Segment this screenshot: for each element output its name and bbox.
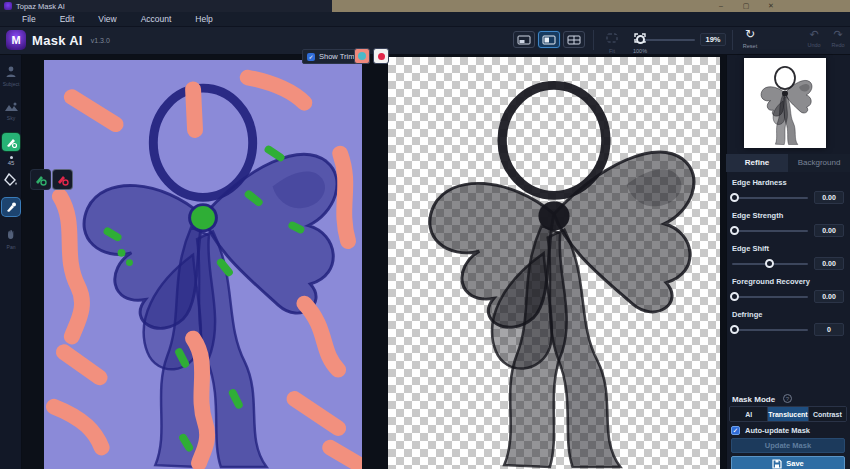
slider-edge-strength: Edge Strength 0.00 [732, 211, 844, 237]
save-button[interactable]: Save [731, 456, 845, 469]
slider-edge-hardness: Edge Hardness 0.00 [732, 178, 844, 204]
eyedropper-tool-icon [2, 198, 20, 216]
undo-button[interactable]: ↶ Undo [802, 29, 826, 50]
redo-button[interactable]: ↷ Redo [826, 29, 850, 50]
close-button[interactable]: ✕ [762, 1, 780, 11]
eyedropper-tool[interactable] [0, 198, 22, 216]
mask-mode-contrast-button[interactable]: Contrast [809, 407, 846, 421]
auto-update-checkbox[interactable]: ✓ [731, 426, 740, 435]
app-name: Mask AI [32, 33, 83, 48]
tab-refine[interactable]: Refine [726, 154, 788, 172]
trimap-blob-icon [358, 52, 366, 60]
save-icon [772, 459, 782, 469]
toolbar-separator [732, 30, 733, 50]
auto-update-label: Auto-update Mask [745, 426, 810, 435]
subject-tool[interactable]: Subject [0, 63, 22, 87]
reset-icon: ↻ [745, 27, 755, 41]
tab-background[interactable]: Background [788, 154, 850, 172]
result-canvas[interactable] [388, 57, 720, 469]
maximize-button[interactable]: ▢ [737, 1, 755, 11]
brush-size-indicator[interactable]: 45 [0, 156, 22, 166]
mask-ai-window: Topaz Mask AI – ▢ ✕ File Edit View Accou… [0, 0, 850, 469]
zoom-value[interactable]: 19% [700, 33, 726, 46]
slider-edge-shift: Edge Shift 0.00 [732, 244, 844, 270]
slider-defringe: Defringe 0 [732, 310, 844, 336]
app-logo-icon [4, 2, 12, 10]
mask-mode-label: Mask Mode [732, 395, 775, 404]
refine-sliders: Edge Hardness 0.00 Edge Strength 0.00 Ed… [732, 178, 844, 343]
app-version: v1.3.0 [91, 37, 110, 44]
zoom-slider-knob[interactable] [636, 35, 645, 44]
brush-tool[interactable] [0, 133, 22, 151]
edge-hardness-knob[interactable] [730, 193, 739, 202]
show-trimap-checkbox[interactable]: ✓ [307, 53, 315, 61]
update-mask-button[interactable]: Update Mask [731, 438, 845, 453]
tool-rail: Subject Sky 45 Pan [0, 55, 22, 469]
brush-tool-icon [2, 133, 20, 151]
menu-file[interactable]: File [10, 12, 48, 27]
redo-icon: ↷ [833, 28, 842, 40]
menu-edit[interactable]: Edit [48, 12, 87, 27]
defringe-value[interactable]: 0 [814, 323, 844, 336]
brush-size-value: 45 [0, 160, 22, 166]
mask-view-icon[interactable] [373, 48, 389, 64]
menu-bar: File Edit View Account Help [0, 12, 850, 27]
fill-bucket-tool[interactable] [0, 172, 22, 190]
defringe-knob[interactable] [730, 325, 739, 334]
mask-blob-icon [378, 53, 385, 60]
edge-strength-value[interactable]: 0.00 [814, 224, 844, 237]
edge-shift-slider[interactable] [732, 263, 808, 265]
edge-hardness-slider[interactable] [732, 197, 808, 199]
menu-account[interactable]: Account [129, 12, 184, 27]
pan-tool[interactable]: Pan [0, 226, 22, 250]
foreground-recovery-slider[interactable] [732, 296, 808, 298]
trimap-view-icon[interactable] [354, 48, 370, 64]
menu-view[interactable]: View [86, 12, 128, 27]
single-view-button[interactable] [513, 31, 535, 48]
edge-shift-value[interactable]: 0.00 [814, 257, 844, 270]
original-thumbnail [744, 58, 826, 148]
edge-strength-slider[interactable] [732, 230, 808, 232]
mask-mode-ai-button[interactable]: AI [730, 407, 768, 421]
save-label: Save [786, 459, 804, 468]
quad-view-button[interactable] [563, 31, 585, 48]
zoom-slider[interactable] [640, 39, 695, 41]
info-icon[interactable]: ? [783, 394, 792, 403]
mask-ai-logo-icon: M [6, 30, 26, 50]
panel-tabs: Refine Background [726, 154, 850, 172]
defringe-slider[interactable] [732, 329, 808, 331]
split-view-button[interactable] [538, 31, 560, 48]
cut-brush-button[interactable] [53, 170, 72, 189]
menu-help[interactable]: Help [183, 12, 224, 27]
trimap-canvas[interactable] [44, 60, 362, 469]
os-title-strip: Topaz Mask AI – ▢ ✕ [0, 0, 850, 12]
keep-brush-button[interactable] [31, 170, 50, 189]
foreground-recovery-knob[interactable] [730, 292, 739, 301]
minimize-button[interactable]: – [712, 1, 730, 11]
toolbar-separator [593, 30, 594, 50]
brush-size-dot [10, 156, 13, 159]
window-titlebar: Topaz Mask AI [0, 0, 332, 12]
slider-foreground-recovery: Foreground Recovery 0.00 [732, 277, 844, 303]
edge-strength-knob[interactable] [730, 226, 739, 235]
edge-shift-knob[interactable] [765, 259, 774, 268]
edge-hardness-value[interactable]: 0.00 [814, 191, 844, 204]
window-title: Topaz Mask AI [16, 2, 65, 11]
foreground-recovery-value[interactable]: 0.00 [814, 290, 844, 303]
sky-tool[interactable]: Sky [0, 97, 22, 121]
mask-mode-buttons: AI Translucent Contrast [729, 406, 847, 422]
brand: M Mask AI v1.3.0 [6, 30, 110, 50]
undo-icon: ↶ [809, 28, 818, 40]
fit-button[interactable]: Fit [600, 29, 624, 54]
mask-mode-translucent-button[interactable]: Translucent [768, 407, 808, 421]
reset-button[interactable]: ↻ Reset [738, 29, 762, 52]
auto-update-row: ✓ Auto-update Mask [731, 426, 810, 435]
